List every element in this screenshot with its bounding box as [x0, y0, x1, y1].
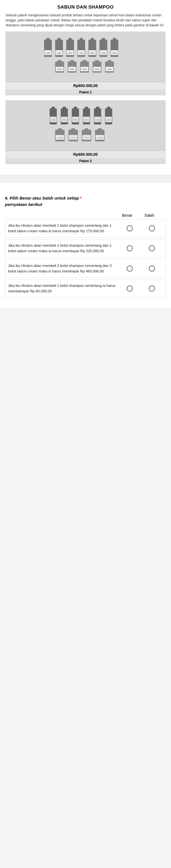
svg-rect-25: [113, 38, 116, 41]
svg-text:SUPER: SUPER: [70, 69, 74, 70]
statement-row-1: Jika ibu Hindun akan membeli 1 botol sha…: [5, 219, 166, 238]
radio-salah-2[interactable]: [149, 245, 155, 251]
svg-text:cemerlang: cemerlang: [106, 119, 111, 121]
statement-text-4: Jika ibu Hindun akan membeli 1 botol sha…: [8, 283, 119, 294]
radio-benar-3[interactable]: [127, 266, 133, 272]
svg-text:cemerlang: cemerlang: [84, 137, 89, 138]
svg-text:SUPER: SUPER: [68, 53, 72, 54]
svg-text:SUPER: SUPER: [101, 53, 106, 54]
section-divider: [0, 175, 171, 183]
svg-text:SUPER: SUPER: [79, 53, 83, 54]
package-1-image-area: SUPER SUPER SUPER: [6, 32, 165, 82]
svg-rect-9: [68, 38, 72, 41]
radio-cell-salah-4[interactable]: [141, 285, 163, 291]
svg-rect-53: [63, 107, 66, 109]
package-2-image-area: cemerlang cemerlang cemerlang: [6, 101, 165, 151]
radio-cell-salah-3[interactable]: [141, 266, 163, 272]
svg-rect-45: [108, 60, 111, 62]
page-container: SABUN DAN SHAMPOO Sebuah pabrik mengelua…: [0, 0, 171, 308]
top-section: SABUN DAN SHAMPOO Sebuah pabrik mengelua…: [0, 0, 171, 175]
svg-rect-57: [74, 107, 77, 109]
package-2-price: Rp660.000,00: [8, 152, 163, 157]
radio-group-4: [119, 285, 163, 291]
radio-group-3: [119, 266, 163, 272]
statement-row-2: Jika ibu Hindun akan membeli 2 botol sha…: [5, 239, 166, 257]
svg-text:SUPER: SUPER: [82, 69, 87, 70]
svg-rect-41: [95, 60, 99, 62]
package-1-price: Rp800.000,00: [8, 84, 163, 88]
radio-cell-salah-1[interactable]: [141, 225, 163, 231]
radio-salah-4[interactable]: [149, 285, 155, 291]
svg-text:cemerlang: cemerlang: [73, 119, 78, 121]
radio-cell-salah-2[interactable]: [141, 245, 163, 251]
svg-rect-85: [98, 128, 102, 130]
package-1-price-row: Rp800.000,00: [6, 82, 165, 89]
statement-text-2: Jika ibu Hindun akan membeli 2 botol sha…: [8, 243, 119, 254]
required-star: *: [80, 196, 82, 200]
svg-text:SUPER: SUPER: [107, 69, 112, 70]
statement-text-1: Jika ibu Hindun akan membeli 1 botol sha…: [8, 223, 119, 234]
svg-text:SUPER: SUPER: [57, 53, 61, 54]
svg-rect-69: [107, 107, 110, 109]
svg-rect-77: [71, 128, 75, 130]
package-2-price-row: Rp660.000,00: [6, 151, 165, 158]
package-2-name: Paket 2: [6, 158, 165, 164]
radio-salah-3[interactable]: [149, 266, 155, 272]
svg-text:cemerlang: cemerlang: [61, 119, 67, 121]
page-title: SABUN DAN SHAMPOO: [5, 4, 166, 10]
radio-cell-benar-1[interactable]: [119, 225, 141, 231]
svg-rect-21: [102, 38, 105, 41]
question-section: 6. Pilih Benar atau Salah untuk setiap *…: [0, 190, 171, 308]
question-label: 6. Pilih Benar atau Salah untuk setiap *…: [5, 195, 166, 208]
statement-row-4: Jika ibu Hindun akan membeli 1 botol sha…: [5, 279, 166, 298]
question-text-2: pernyataan berikut: [5, 202, 42, 207]
svg-rect-13: [80, 38, 83, 41]
radio-benar-2[interactable]: [127, 245, 133, 251]
svg-text:cemerlang: cemerlang: [84, 119, 89, 121]
svg-rect-73: [58, 128, 62, 130]
svg-rect-61: [85, 107, 88, 109]
radio-salah-1[interactable]: [149, 225, 155, 231]
svg-rect-1: [46, 38, 50, 41]
radio-cell-benar-2[interactable]: [119, 245, 141, 251]
svg-rect-17: [91, 38, 94, 41]
statement-row-3: Jika ibu Hindun akan membeli 2 botol sha…: [5, 259, 166, 278]
svg-rect-49: [52, 107, 55, 109]
package-2-box: cemerlang cemerlang cemerlang: [5, 100, 166, 164]
question-number: 6.: [5, 196, 8, 200]
svg-text:cemerlang: cemerlang: [51, 119, 56, 121]
package-2-svg: cemerlang cemerlang cemerlang: [38, 103, 133, 148]
col-header-benar: Benar: [116, 213, 138, 218]
svg-text:SUPER: SUPER: [46, 53, 50, 54]
svg-text:SUPER: SUPER: [57, 69, 62, 70]
question-text: Pilih Benar atau Salah untuk setiap *: [10, 196, 82, 200]
radio-benar-4[interactable]: [127, 285, 133, 291]
svg-text:cemerlang: cemerlang: [70, 137, 76, 138]
svg-text:SUPER: SUPER: [112, 53, 117, 54]
package-1-name: Paket 1: [6, 89, 165, 95]
col-header-salah: Salah: [138, 213, 161, 218]
radio-group-2: [119, 245, 163, 251]
radio-group-1: [119, 225, 163, 231]
svg-rect-81: [85, 128, 88, 130]
svg-text:SUPER: SUPER: [90, 53, 94, 54]
svg-text:cemerlang: cemerlang: [57, 137, 62, 138]
statement-text-3: Jika ibu Hindun akan membeli 2 botol sha…: [8, 263, 119, 274]
package-1-svg: SUPER SUPER SUPER: [38, 35, 133, 79]
radio-cell-benar-4[interactable]: [119, 285, 141, 291]
svg-text:SUPER: SUPER: [95, 69, 99, 70]
svg-rect-33: [70, 60, 74, 62]
radio-benar-1[interactable]: [127, 225, 133, 231]
description-text: Sebuah pabrik mengeluarkan sebuah produk…: [5, 13, 166, 28]
svg-rect-37: [83, 60, 86, 62]
svg-rect-29: [58, 60, 61, 62]
svg-text:cemerlang: cemerlang: [97, 137, 102, 138]
svg-text:cemerlang: cemerlang: [95, 119, 100, 121]
package-1-box: SUPER SUPER SUPER: [5, 32, 166, 95]
svg-rect-65: [96, 107, 99, 109]
svg-rect-5: [57, 38, 61, 41]
radio-cell-benar-3[interactable]: [119, 266, 141, 272]
table-header: Benar Salah: [5, 213, 166, 218]
